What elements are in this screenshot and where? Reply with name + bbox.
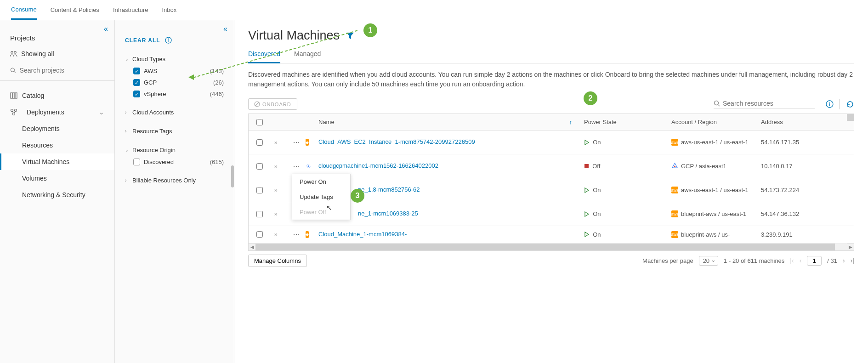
account-region: aws-us-east-1 / us-east-1: [681, 139, 749, 146]
filter-gcp[interactable]: GCP (26): [125, 77, 224, 88]
collapse-sidebar1-icon[interactable]: «: [104, 25, 108, 33]
col-account-header[interactable]: Account / Region: [668, 114, 757, 130]
table-row: » ⋮ ◆ Cloud_AWS_EC2_Instance_1-mcm875742…: [249, 130, 854, 154]
power-state: On: [593, 187, 601, 193]
power-off-icon: [584, 164, 589, 169]
group-icon: [10, 51, 17, 57]
refresh-icon[interactable]: [846, 100, 854, 108]
gcp-count: (26): [213, 79, 224, 86]
filter-resource-tags[interactable]: ›Resource Tags: [125, 125, 224, 137]
account-region: aws-us-east-1 / us-east-1: [681, 187, 749, 193]
table-row: » ⋮ ◆ Cloud_Machine_1-mcm1069384- On aws…: [249, 226, 854, 244]
row-checkbox[interactable]: [256, 231, 263, 238]
nav-catalog[interactable]: Catalog: [0, 87, 114, 104]
account-region: blueprint-aws / us-: [681, 231, 730, 238]
info-icon[interactable]: i: [826, 100, 834, 108]
nav-sub-virtual-machines[interactable]: Virtual Machines: [0, 153, 114, 170]
tab-inbox[interactable]: Inbox: [162, 1, 176, 19]
svg-line-17: [718, 105, 720, 106]
description-text: Discovered machines are identified when …: [248, 70, 854, 89]
menu-power-on[interactable]: Power On: [292, 174, 350, 189]
onboard-button[interactable]: ONBOARD: [248, 98, 297, 110]
row-checkbox[interactable]: [256, 187, 263, 193]
last-page-icon[interactable]: ›|: [851, 257, 854, 264]
svg-point-23: [674, 166, 675, 167]
sort-asc-icon[interactable]: ↑: [569, 119, 573, 125]
svg-line-11: [14, 111, 15, 113]
deployments-icon: [10, 108, 17, 116]
svg-point-2: [11, 68, 14, 72]
horizontal-scrollbar[interactable]: ◀ ▶: [249, 244, 854, 250]
filter-aws[interactable]: AWS (143): [125, 65, 224, 77]
tab-managed[interactable]: Managed: [294, 45, 321, 63]
aws-badge-icon: aws: [671, 210, 678, 217]
search-icon: [714, 100, 720, 107]
checkbox-checked-icon: [133, 91, 140, 97]
manage-columns-button[interactable]: Manage Columns: [248, 255, 307, 267]
row-checkbox[interactable]: [256, 139, 263, 146]
svg-rect-4: [11, 93, 12, 98]
row-actions-icon[interactable]: ⋮: [293, 139, 300, 146]
expand-icon[interactable]: »: [274, 231, 278, 238]
prev-page-icon[interactable]: ‹: [800, 257, 802, 264]
vm-name-link[interactable]: Cloud_Machine_1-mcm1069384-: [318, 231, 407, 238]
tab-content-policies[interactable]: Content & Policies: [51, 1, 99, 19]
search-projects-input[interactable]: [20, 67, 104, 74]
expand-icon[interactable]: »: [274, 163, 278, 170]
collapse-sidebar2-icon[interactable]: «: [223, 25, 227, 33]
filter-billable-only[interactable]: ›Billable Resources Only: [125, 174, 224, 187]
svg-line-10: [12, 111, 13, 113]
projects-showing-all[interactable]: Showing all: [0, 48, 114, 64]
address: 3.239.9.191: [757, 227, 854, 243]
divider: [839, 99, 840, 109]
page-range: 1 - 20 of 611 machines: [724, 257, 784, 264]
nav-sub-deployments[interactable]: Deployments: [0, 120, 114, 137]
nav-deployments[interactable]: Deployments ⌄: [0, 104, 114, 120]
nav-sub-volumes[interactable]: Volumes: [0, 170, 114, 187]
svg-point-16: [715, 101, 719, 105]
nav-sub-networking-security[interactable]: Networking & Security: [0, 187, 114, 203]
row-checkbox[interactable]: [256, 163, 263, 170]
svg-point-7: [11, 109, 13, 112]
filter-discovered[interactable]: Discovered (615): [125, 156, 224, 168]
tab-consume[interactable]: Consume: [11, 0, 37, 20]
chevron-down-icon: ⌄: [99, 108, 104, 116]
select-all-checkbox[interactable]: [256, 119, 263, 125]
svg-point-1: [14, 51, 16, 53]
col-address-header[interactable]: Address: [757, 114, 854, 130]
per-page-select[interactable]: 20: [699, 256, 718, 266]
scrollbar-thumb[interactable]: [231, 165, 234, 187]
row-actions-icon[interactable]: ⋮: [293, 163, 300, 170]
nav-sub-resources[interactable]: Resources: [0, 137, 114, 153]
account-region: GCP / asia-east1: [681, 163, 726, 170]
vm-name-link[interactable]: Cloud_AWS_EC2_Instance_1-mcm875742-20992…: [318, 138, 475, 146]
tab-infrastructure[interactable]: Infrastructure: [113, 1, 148, 19]
filter-vsphere[interactable]: vSphere (446): [125, 88, 224, 100]
menu-update-tags[interactable]: Update Tags: [292, 189, 350, 204]
expand-icon[interactable]: »: [274, 139, 278, 146]
next-page-icon[interactable]: ›: [843, 257, 845, 264]
address: 10.140.0.17: [757, 158, 854, 174]
checkbox-checked-icon: [133, 68, 140, 74]
scrollbar-corner: [847, 114, 854, 121]
vm-name-link[interactable]: cloudgcpmachine1-mcm1562-166264022002: [318, 162, 438, 170]
gcp-badge-icon: [671, 163, 678, 170]
filter-cloud-types[interactable]: ⌄Cloud Types: [125, 53, 224, 65]
filter-cloud-accounts[interactable]: ›Cloud Accounts: [125, 106, 224, 119]
discovered-count: (615): [210, 159, 224, 165]
col-name-header[interactable]: Name: [318, 119, 335, 125]
col-power-header[interactable]: Power State: [580, 114, 668, 130]
row-actions-icon[interactable]: ⋮: [293, 231, 300, 238]
first-page-icon[interactable]: |‹: [790, 257, 794, 264]
expand-icon[interactable]: »: [274, 211, 278, 217]
row-checkbox[interactable]: [256, 211, 263, 217]
projects-sidebar: « Projects Showing all Catalog Deploymen…: [0, 20, 115, 363]
showing-all-label: Showing all: [21, 50, 54, 57]
expand-icon[interactable]: »: [274, 187, 278, 193]
svg-rect-22: [584, 164, 589, 168]
main-content: Virtual Machines Discovered Managed Disc…: [234, 20, 868, 363]
filter-resource-origin[interactable]: ⌄Resource Origin: [125, 144, 224, 156]
search-resources-input[interactable]: [723, 100, 815, 107]
clear-all-filters[interactable]: CLEAR ALL i: [115, 29, 234, 51]
page-number-input[interactable]: [807, 256, 822, 266]
